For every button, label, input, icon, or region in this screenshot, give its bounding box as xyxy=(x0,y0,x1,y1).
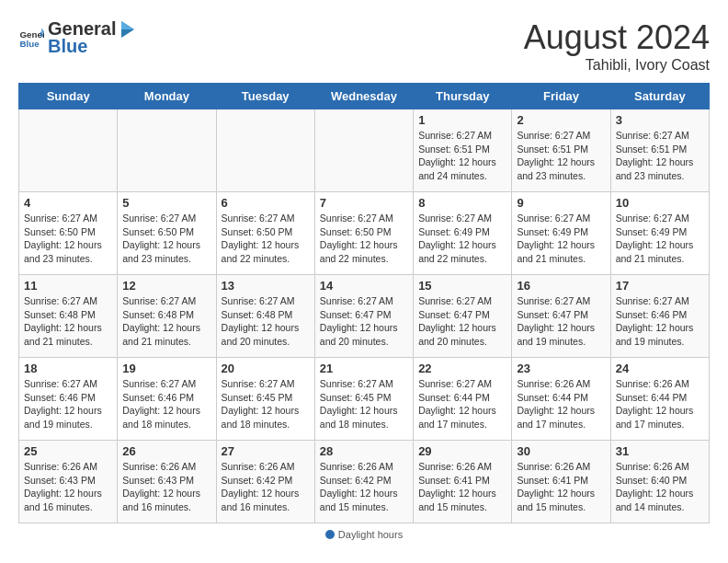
day-info: Sunrise: 6:27 AM Sunset: 6:50 PM Dayligh… xyxy=(222,212,310,266)
day-header-monday: Monday xyxy=(118,84,216,109)
day-info: Sunrise: 6:27 AM Sunset: 6:46 PM Dayligh… xyxy=(616,294,704,349)
day-number: 5 xyxy=(122,196,210,210)
calendar-week-4: 18Sunrise: 6:27 AM Sunset: 6:46 PM Dayli… xyxy=(19,358,710,441)
day-number: 9 xyxy=(517,196,605,210)
day-info: Sunrise: 6:27 AM Sunset: 6:51 PM Dayligh… xyxy=(517,129,605,183)
calendar-week-1: 1Sunrise: 6:27 AM Sunset: 6:51 PM Daylig… xyxy=(19,109,710,192)
day-info: Sunrise: 6:27 AM Sunset: 6:46 PM Dayligh… xyxy=(24,377,112,431)
title-area: August 2024 Tahibli, Ivory Coast xyxy=(524,18,710,74)
calendar-cell: 26Sunrise: 6:26 AM Sunset: 6:43 PM Dayli… xyxy=(118,441,216,523)
day-info: Sunrise: 6:27 AM Sunset: 6:45 PM Dayligh… xyxy=(320,377,408,431)
day-header-saturday: Saturday xyxy=(610,84,709,109)
header: General Blue General Blue August 2024 Ta… xyxy=(18,18,710,74)
calendar-cell: 5Sunrise: 6:27 AM Sunset: 6:50 PM Daylig… xyxy=(118,192,216,275)
day-number: 24 xyxy=(616,362,704,375)
logo-icon: General Blue xyxy=(18,25,44,51)
calendar-cell: 8Sunrise: 6:27 AM Sunset: 6:49 PM Daylig… xyxy=(414,192,512,275)
day-info: Sunrise: 6:27 AM Sunset: 6:46 PM Dayligh… xyxy=(122,377,210,431)
day-info: Sunrise: 6:26 AM Sunset: 6:44 PM Dayligh… xyxy=(517,377,605,431)
day-info: Sunrise: 6:27 AM Sunset: 6:50 PM Dayligh… xyxy=(24,212,112,266)
calendar-cell: 14Sunrise: 6:27 AM Sunset: 6:47 PM Dayli… xyxy=(314,275,413,358)
calendar-cell: 6Sunrise: 6:27 AM Sunset: 6:50 PM Daylig… xyxy=(216,192,314,275)
day-header-wednesday: Wednesday xyxy=(314,84,413,109)
calendar-cell: 13Sunrise: 6:27 AM Sunset: 6:48 PM Dayli… xyxy=(216,275,314,358)
day-number: 15 xyxy=(418,279,506,293)
calendar-cell: 25Sunrise: 6:26 AM Sunset: 6:43 PM Dayli… xyxy=(19,441,118,523)
day-info: Sunrise: 6:26 AM Sunset: 6:42 PM Dayligh… xyxy=(222,460,310,514)
day-number: 7 xyxy=(320,196,408,210)
logo: General Blue General Blue xyxy=(18,18,136,57)
day-header-sunday: Sunday xyxy=(19,84,118,109)
day-number: 23 xyxy=(517,362,605,375)
calendar-header-row: SundayMondayTuesdayWednesdayThursdayFrid… xyxy=(19,84,710,109)
day-number: 16 xyxy=(517,279,605,293)
calendar-cell: 1Sunrise: 6:27 AM Sunset: 6:51 PM Daylig… xyxy=(414,109,512,192)
calendar-cell: 18Sunrise: 6:27 AM Sunset: 6:46 PM Dayli… xyxy=(19,358,118,441)
calendar-cell: 21Sunrise: 6:27 AM Sunset: 6:45 PM Dayli… xyxy=(314,358,413,441)
calendar-cell: 30Sunrise: 6:26 AM Sunset: 6:41 PM Dayli… xyxy=(512,441,610,523)
day-number: 12 xyxy=(122,279,210,293)
day-number: 28 xyxy=(320,444,408,458)
day-info: Sunrise: 6:27 AM Sunset: 6:47 PM Dayligh… xyxy=(320,294,408,349)
calendar-cell: 28Sunrise: 6:26 AM Sunset: 6:42 PM Dayli… xyxy=(314,441,413,523)
day-number: 2 xyxy=(517,113,605,127)
day-number: 13 xyxy=(222,279,310,293)
calendar-cell: 17Sunrise: 6:27 AM Sunset: 6:46 PM Dayli… xyxy=(610,275,709,358)
day-info: Sunrise: 6:27 AM Sunset: 6:45 PM Dayligh… xyxy=(222,377,310,431)
day-info: Sunrise: 6:27 AM Sunset: 6:44 PM Dayligh… xyxy=(418,377,506,431)
day-info: Sunrise: 6:27 AM Sunset: 6:51 PM Dayligh… xyxy=(418,129,506,183)
day-number: 20 xyxy=(222,362,310,375)
day-number: 1 xyxy=(418,113,506,127)
calendar-cell: 24Sunrise: 6:26 AM Sunset: 6:44 PM Dayli… xyxy=(610,358,709,441)
day-number: 30 xyxy=(517,444,605,458)
day-number: 11 xyxy=(24,279,112,293)
day-number: 29 xyxy=(418,444,506,458)
day-number: 18 xyxy=(24,362,112,375)
day-number: 19 xyxy=(122,362,210,375)
calendar-cell: 11Sunrise: 6:27 AM Sunset: 6:48 PM Dayli… xyxy=(19,275,118,358)
calendar-cell: 29Sunrise: 6:26 AM Sunset: 6:41 PM Dayli… xyxy=(414,441,512,523)
main-title: August 2024 xyxy=(524,18,710,57)
day-info: Sunrise: 6:26 AM Sunset: 6:43 PM Dayligh… xyxy=(122,460,210,514)
day-info: Sunrise: 6:27 AM Sunset: 6:49 PM Dayligh… xyxy=(616,212,704,266)
day-info: Sunrise: 6:27 AM Sunset: 6:50 PM Dayligh… xyxy=(320,212,408,266)
day-number: 6 xyxy=(222,196,310,210)
day-info: Sunrise: 6:27 AM Sunset: 6:49 PM Dayligh… xyxy=(418,212,506,266)
day-number: 4 xyxy=(24,196,112,210)
day-info: Sunrise: 6:27 AM Sunset: 6:51 PM Dayligh… xyxy=(616,129,704,183)
footer: Daylight hours xyxy=(18,529,710,540)
calendar-cell: 23Sunrise: 6:26 AM Sunset: 6:44 PM Dayli… xyxy=(512,358,610,441)
day-info: Sunrise: 6:27 AM Sunset: 6:47 PM Dayligh… xyxy=(418,294,506,349)
day-info: Sunrise: 6:27 AM Sunset: 6:47 PM Dayligh… xyxy=(517,294,605,349)
calendar-cell: 3Sunrise: 6:27 AM Sunset: 6:51 PM Daylig… xyxy=(610,109,709,192)
day-number: 27 xyxy=(222,444,310,458)
day-info: Sunrise: 6:27 AM Sunset: 6:49 PM Dayligh… xyxy=(517,212,605,266)
calendar-week-3: 11Sunrise: 6:27 AM Sunset: 6:48 PM Dayli… xyxy=(19,275,710,358)
daylight-dot xyxy=(325,530,335,539)
day-info: Sunrise: 6:27 AM Sunset: 6:48 PM Dayligh… xyxy=(222,294,310,349)
day-info: Sunrise: 6:27 AM Sunset: 6:48 PM Dayligh… xyxy=(122,294,210,349)
calendar-cell: 7Sunrise: 6:27 AM Sunset: 6:50 PM Daylig… xyxy=(314,192,413,275)
day-info: Sunrise: 6:27 AM Sunset: 6:48 PM Dayligh… xyxy=(24,294,112,349)
calendar-cell xyxy=(216,109,314,192)
day-number: 14 xyxy=(320,279,408,293)
calendar-cell: 10Sunrise: 6:27 AM Sunset: 6:49 PM Dayli… xyxy=(610,192,709,275)
day-info: Sunrise: 6:27 AM Sunset: 6:50 PM Dayligh… xyxy=(122,212,210,266)
day-info: Sunrise: 6:26 AM Sunset: 6:41 PM Dayligh… xyxy=(517,460,605,514)
calendar-cell: 9Sunrise: 6:27 AM Sunset: 6:49 PM Daylig… xyxy=(512,192,610,275)
day-info: Sunrise: 6:26 AM Sunset: 6:40 PM Dayligh… xyxy=(616,460,704,514)
calendar-cell: 27Sunrise: 6:26 AM Sunset: 6:42 PM Dayli… xyxy=(216,441,314,523)
calendar-cell: 16Sunrise: 6:27 AM Sunset: 6:47 PM Dayli… xyxy=(512,275,610,358)
calendar-cell: 19Sunrise: 6:27 AM Sunset: 6:46 PM Dayli… xyxy=(118,358,216,441)
calendar-cell: 20Sunrise: 6:27 AM Sunset: 6:45 PM Dayli… xyxy=(216,358,314,441)
day-number: 31 xyxy=(616,444,704,458)
day-header-friday: Friday xyxy=(512,84,610,109)
day-number: 25 xyxy=(24,444,112,458)
day-header-tuesday: Tuesday xyxy=(216,84,314,109)
daylight-legend: Daylight hours xyxy=(325,529,403,540)
calendar-week-5: 25Sunrise: 6:26 AM Sunset: 6:43 PM Dayli… xyxy=(19,441,710,523)
day-info: Sunrise: 6:26 AM Sunset: 6:41 PM Dayligh… xyxy=(418,460,506,514)
calendar-cell xyxy=(118,109,216,192)
calendar-cell: 31Sunrise: 6:26 AM Sunset: 6:40 PM Dayli… xyxy=(610,441,709,523)
day-info: Sunrise: 6:26 AM Sunset: 6:42 PM Dayligh… xyxy=(320,460,408,514)
